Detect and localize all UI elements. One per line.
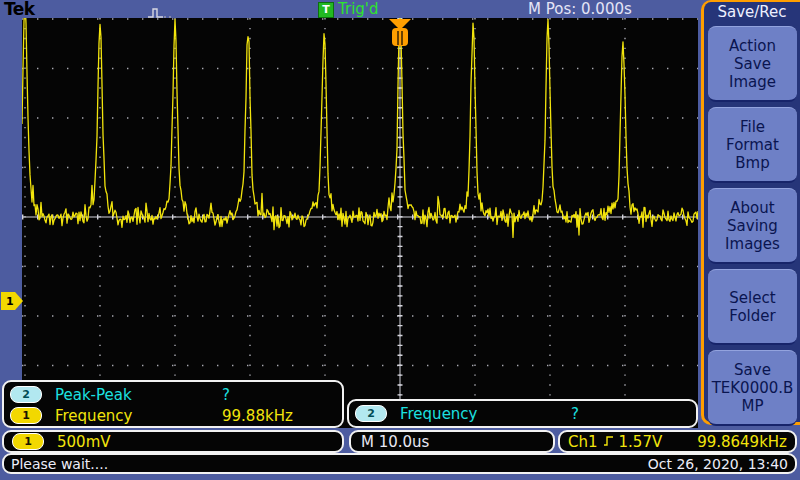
channel1-scale-readout: 1 500mV: [2, 430, 344, 453]
measurement-row: 2 Peak-Peak ?: [10, 384, 342, 405]
status-message: Please wait....: [11, 456, 108, 472]
menu-button-select-folder[interactable]: Select Folder: [708, 269, 797, 345]
measurement-box-1: 2 Peak-Peak ? 1 Frequency 99.88kHz: [2, 380, 344, 428]
menu-title: Save/Rec: [704, 2, 800, 21]
oscilloscope-ui: Tek T Trig'd M Pos: 0.000s 1 Save/Rec Ac…: [0, 0, 800, 480]
menu-button-action-save-image[interactable]: Action Save Image: [708, 26, 797, 102]
measurement-value: 99.88kHz: [222, 407, 293, 425]
tek-logo: Tek: [4, 0, 35, 19]
channel1-marker-label: 1: [6, 295, 14, 308]
measurement-row: 1 Frequency 99.88kHz: [10, 405, 342, 426]
softkey-menu-panel: Save/Rec Action Save Image File Format B…: [701, 0, 800, 425]
measurement-label: Frequency: [55, 407, 133, 425]
horizontal-position-readout: M Pos: 0.000s: [528, 0, 632, 18]
trigger-type-icon: T: [318, 2, 334, 18]
timebase-value: M 10.0us: [361, 433, 429, 451]
channel1-badge: 1: [10, 407, 42, 424]
trigger-source: Ch1: [568, 433, 598, 451]
channel2-badge: 2: [355, 405, 387, 422]
measurement-box-2: 2 Frequency ?: [347, 399, 698, 428]
menu-button-save-file[interactable]: Save TEK0000.BMP: [708, 350, 797, 426]
trigger-level-value: 1.57V: [619, 433, 663, 451]
menu-button-file-format[interactable]: File Format Bmp: [708, 107, 797, 183]
timebase-readout: M 10.0us: [349, 430, 555, 453]
measurement-value: ?: [571, 405, 579, 423]
channel1-badge: 1: [12, 433, 44, 450]
menu-button-about-saving-images[interactable]: About Saving Images: [708, 188, 797, 264]
measurement-label: Frequency: [400, 405, 478, 423]
channel1-scale-value: 500mV: [57, 433, 111, 451]
trigger-frequency-value: 99.8649kHz: [697, 433, 787, 451]
status-bar: Please wait.... Oct 26, 2020, 13:40: [2, 453, 797, 474]
trigger-status-label: Trig'd: [338, 0, 378, 18]
measurement-row: 2 Frequency ?: [355, 403, 696, 424]
date-time: Oct 26, 2020, 13:40: [648, 456, 788, 472]
channel1-ground-marker: 1: [1, 292, 23, 310]
trigger-readout: Ch1 1.57V 99.8649kHz: [558, 430, 797, 453]
graticule-display: [22, 18, 698, 428]
channel2-badge: 2: [10, 386, 42, 403]
measurement-label: Peak-Peak: [55, 386, 132, 404]
measurement-value: ?: [222, 386, 230, 404]
trigger-position-marker-icon: [387, 18, 413, 48]
rising-edge-icon: [603, 432, 614, 451]
waveform-plot: [22, 18, 698, 428]
